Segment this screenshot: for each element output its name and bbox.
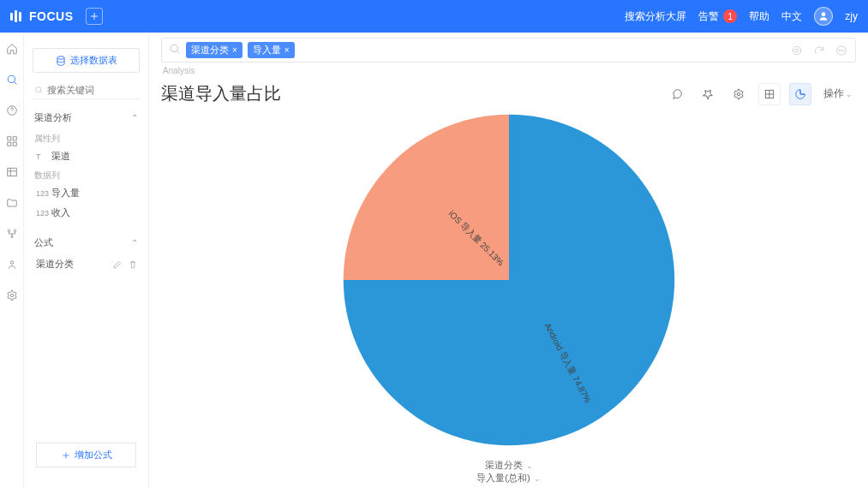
pie-icon xyxy=(794,88,806,100)
section-formula[interactable]: 公式 ⌃ xyxy=(24,231,148,254)
svg-rect-4 xyxy=(7,142,10,146)
nav-lang[interactable]: 中文 xyxy=(781,9,802,24)
flow-icon xyxy=(6,228,18,240)
search-icon xyxy=(6,74,18,86)
breadcrumb: Analysis xyxy=(161,66,856,75)
search-icon xyxy=(34,85,44,95)
number-type-icon: 123 xyxy=(36,209,48,217)
pie-chart: iOS 导入量 25.13% Android 导入量 74.87% xyxy=(329,100,689,460)
select-datasource-button[interactable]: 选择数据表 xyxy=(33,48,140,73)
brand-logo: FOCUS xyxy=(10,9,74,23)
rail-etl[interactable] xyxy=(4,226,20,241)
avatar[interactable] xyxy=(814,7,833,26)
chevron-down-icon: ⌄ xyxy=(846,90,853,98)
chevron-down-icon: ⌄ xyxy=(534,474,541,483)
svg-point-15 xyxy=(793,46,800,54)
brand-text: FOCUS xyxy=(29,9,74,23)
nav-alerts[interactable]: 告警 1 xyxy=(698,9,737,24)
nav-search-screen[interactable]: 搜索分析大屏 xyxy=(625,9,686,24)
keyword-input[interactable] xyxy=(47,85,138,95)
topbar-right: 搜索分析大屏 告警 1 帮助 中文 zjy xyxy=(625,7,858,26)
svg-point-18 xyxy=(839,50,840,51)
operate-dropdown[interactable]: 操作⌄ xyxy=(820,86,856,101)
rail-dashboard[interactable] xyxy=(4,134,20,149)
edit-icon[interactable] xyxy=(112,259,123,270)
formula-item[interactable]: 渠道分类 xyxy=(24,254,148,274)
svg-point-7 xyxy=(8,229,9,231)
chevron-down-icon: ⌄ xyxy=(526,461,533,470)
chart-title: 渠道导入量占比 xyxy=(161,82,281,105)
chat-icon xyxy=(671,88,683,100)
query-chip[interactable]: 渠道分类× xyxy=(186,42,242,58)
rail-home[interactable] xyxy=(4,41,20,57)
delete-icon[interactable] xyxy=(128,259,138,270)
logo-icon xyxy=(10,9,24,23)
gear-icon xyxy=(733,88,745,100)
chevron-up-icon: ⌃ xyxy=(131,238,138,247)
grid-icon xyxy=(763,88,775,100)
dashboard-icon xyxy=(6,135,18,147)
svg-point-21 xyxy=(737,92,740,96)
add-formula-button[interactable]: 增加公式 xyxy=(36,443,136,467)
nav-help[interactable]: 帮助 xyxy=(749,9,769,24)
content: 渠道分类× 导入量× Analysis 渠道导入量占比 操作⌄ xyxy=(149,33,868,488)
col-import[interactable]: 123导入量 xyxy=(24,183,148,203)
section-analysis[interactable]: 渠道分析 ⌃ xyxy=(24,106,148,129)
svg-rect-2 xyxy=(7,137,10,140)
svg-point-0 xyxy=(8,75,15,82)
svg-point-20 xyxy=(843,50,844,51)
chart-toolbar: 操作⌄ xyxy=(666,83,856,105)
table-view-button[interactable] xyxy=(758,83,781,105)
refresh-icon[interactable] xyxy=(812,44,826,57)
table-icon xyxy=(6,166,18,178)
folder-icon xyxy=(6,197,18,209)
rail-help[interactable] xyxy=(4,103,20,118)
svg-point-19 xyxy=(841,50,841,51)
left-rail xyxy=(0,33,24,488)
svg-point-9 xyxy=(10,235,12,237)
query-bar[interactable]: 渠道分类× 导入量× xyxy=(161,38,856,62)
rail-table[interactable] xyxy=(4,164,20,180)
datasource-icon xyxy=(55,55,67,67)
chart-area: iOS 导入量 25.13% Android 导入量 74.87% xyxy=(161,105,856,454)
svg-rect-6 xyxy=(7,168,16,176)
users-icon xyxy=(6,259,18,271)
target-icon[interactable] xyxy=(790,44,804,57)
chart-view-button[interactable] xyxy=(789,83,811,105)
group-attr: 属性列 xyxy=(24,129,148,146)
svg-point-17 xyxy=(837,45,847,55)
search-icon xyxy=(169,43,181,57)
svg-rect-3 xyxy=(13,137,16,140)
topbar: FOCUS 搜索分析大屏 告警 1 帮助 中文 zjy xyxy=(0,0,868,33)
rail-search[interactable] xyxy=(4,72,20,87)
svg-point-10 xyxy=(10,261,14,265)
keyword-search[interactable] xyxy=(33,81,140,99)
username[interactable]: zjy xyxy=(845,10,858,22)
rail-settings[interactable] xyxy=(4,288,20,303)
settings-button[interactable] xyxy=(727,83,750,105)
user-icon xyxy=(817,10,829,22)
svg-point-14 xyxy=(171,45,177,51)
rail-users[interactable] xyxy=(4,257,20,272)
query-chip[interactable]: 导入量× xyxy=(248,42,295,58)
new-tab-button[interactable] xyxy=(86,8,103,25)
plus-icon xyxy=(88,10,100,22)
svg-point-11 xyxy=(10,294,14,297)
svg-point-16 xyxy=(795,49,799,52)
question-icon xyxy=(6,104,18,116)
col-income[interactable]: 123收入 xyxy=(24,203,148,223)
chevron-up-icon: ⌃ xyxy=(131,113,138,122)
alerts-badge: 1 xyxy=(723,9,737,23)
chip-remove[interactable]: × xyxy=(284,45,290,55)
svg-point-8 xyxy=(14,229,15,231)
pin-button[interactable] xyxy=(697,83,719,105)
svg-rect-5 xyxy=(13,142,16,146)
home-icon xyxy=(6,43,18,55)
rail-folder[interactable] xyxy=(4,195,20,211)
chip-remove[interactable]: × xyxy=(232,45,237,55)
sidebar: 选择数据表 渠道分析 ⌃ 属性列 T渠道 数据列 123导入量 123收入 公式… xyxy=(24,33,149,488)
pin-icon xyxy=(702,88,714,100)
number-type-icon: 123 xyxy=(36,189,48,198)
more-icon[interactable] xyxy=(835,44,848,57)
col-channel[interactable]: T渠道 xyxy=(24,146,148,166)
